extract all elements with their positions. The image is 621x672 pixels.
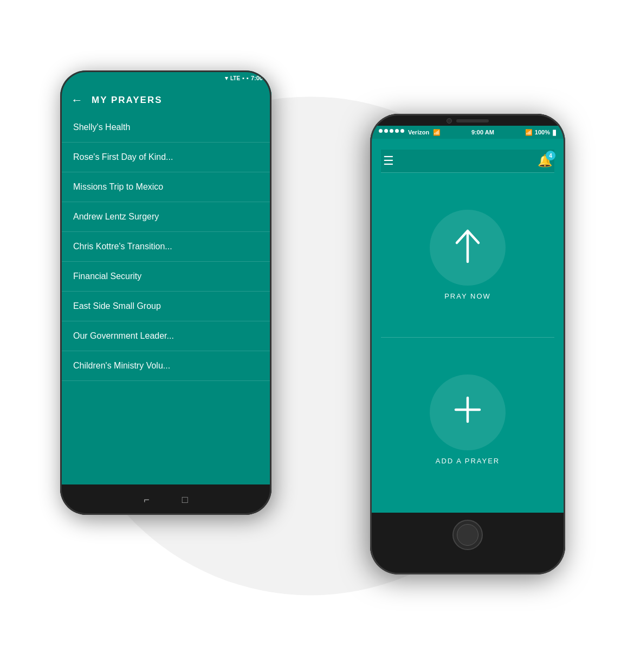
pray-now-arrow-icon [452, 227, 483, 269]
signal-dot-4 [395, 129, 399, 133]
ios-battery-text: 100% [535, 129, 550, 135]
prayer-list: Shelly's Health Rose's First Day of Kind… [60, 113, 271, 381]
notification-badge: 4 [546, 151, 555, 160]
ios-time: 9:00 AM [471, 129, 494, 135]
android-battery-icon: ▪ [247, 75, 249, 81]
android-wifi-icon: ▪ [242, 75, 244, 81]
iphone-bottom-bar [370, 513, 565, 557]
iphone-camera [447, 118, 452, 124]
android-lte-icon: LTE [230, 75, 240, 81]
android-status-bar: ▾ LTE ▪ ▪ 7:00 [60, 70, 271, 86]
android-signal-icon: ▾ [225, 75, 228, 82]
prayer-item-6[interactable]: Financial Security [60, 262, 271, 292]
android-header: ← MY PRAYERS [60, 86, 271, 113]
android-back-nav[interactable]: ⌐ [144, 494, 150, 506]
prayer-item-7[interactable]: East Side Small Group [60, 292, 271, 321]
pray-now-circle[interactable] [430, 210, 506, 286]
ios-wifi-icon: 📶 [433, 129, 441, 136]
prayer-item-5[interactable]: Chris Kottre's Transition... [60, 232, 271, 262]
scene: ▾ LTE ▪ ▪ 7:00 ← MY PRAYERS Shelly's Hea… [40, 38, 581, 634]
prayer-item-4[interactable]: Andrew Lentz Surgery [60, 202, 271, 232]
ios-screen: ☰ 🔔 4 P [370, 139, 565, 513]
android-page-title: MY PRAYERS [92, 95, 163, 106]
signal-dot-3 [390, 129, 393, 133]
android-back-button[interactable]: ← [71, 93, 83, 107]
prayer-item-8[interactable]: Our Government Leader... [60, 321, 271, 351]
ios-signal-dots: Verizon 📶 [379, 129, 441, 136]
iphone-top-area [370, 114, 565, 126]
add-prayer-label: ADD A PRAYER [436, 457, 500, 465]
add-prayer-section[interactable]: ADD A PRAYER [430, 338, 506, 502]
android-phone: ▾ LTE ▪ ▪ 7:00 ← MY PRAYERS Shelly's Hea… [60, 70, 271, 515]
notification-bell-button[interactable]: 🔔 4 [538, 154, 552, 168]
iphone-home-button[interactable] [452, 520, 483, 550]
prayer-item-1[interactable]: Shelly's Health [60, 113, 271, 143]
ios-battery-icon: ▮ [552, 128, 557, 137]
android-nav-bar: ⌐ □ [60, 484, 271, 515]
ios-status-bar: Verizon 📶 9:00 AM 📶 100% ▮ [370, 126, 565, 139]
ios-bluetooth-icon: 📶 [525, 129, 533, 136]
prayer-item-9[interactable]: Children's Ministry Volu... [60, 351, 271, 381]
prayer-item-3[interactable]: Missions Trip to Mexico [60, 172, 271, 202]
ios-carrier: Verizon [408, 129, 429, 136]
hamburger-menu-icon[interactable]: ☰ [383, 155, 394, 167]
add-prayer-circle[interactable] [430, 374, 506, 450]
android-home-nav[interactable]: □ [182, 494, 188, 506]
android-screen: ← MY PRAYERS Shelly's Health Rose's Firs… [60, 86, 271, 487]
signal-dot-5 [400, 129, 404, 133]
iphone-speaker [456, 119, 489, 122]
prayer-item-2[interactable]: Rose's First Day of Kind... [60, 143, 271, 172]
iphone-home-button-inner [457, 524, 478, 546]
add-prayer-plus-icon [451, 393, 484, 431]
pray-now-label: PRAY NOW [444, 292, 491, 300]
ios-battery-area: 📶 100% ▮ [525, 128, 557, 137]
pray-now-section[interactable]: PRAY NOW [430, 173, 506, 337]
android-status-icons: ▾ LTE ▪ ▪ 7:00 [225, 75, 263, 82]
signal-dot-2 [384, 129, 388, 133]
iphone: Verizon 📶 9:00 AM 📶 100% ▮ ☰ 🔔 4 [370, 114, 565, 574]
android-time: 7:00 [251, 75, 263, 81]
signal-dot-1 [379, 129, 383, 133]
ios-top-bar: ☰ 🔔 4 [381, 150, 554, 172]
